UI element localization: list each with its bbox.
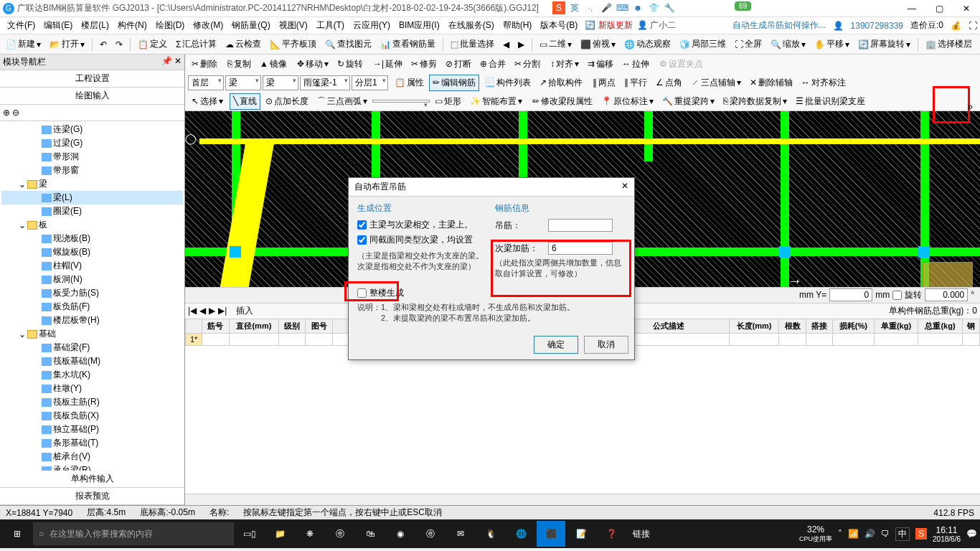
arc-options[interactable] [372,100,430,103]
tree-node-连梁(G)[interactable]: 连梁(G) [1,123,183,136]
member-list-button[interactable]: 📃 构件列表 [481,75,534,91]
task-view-icon[interactable]: ▭▯ [235,521,264,547]
batch-recognize-button[interactable]: ☰ 批量识别梁支座 [792,93,869,110]
menu-view[interactable]: 视图(V) [275,19,312,32]
pick-member-button[interactable]: ↗ 拾取构件 [536,75,586,91]
zoom-button[interactable]: 🔍 缩放 ▾ [768,37,809,52]
ie-icon[interactable]: ⓔ [416,521,445,547]
tray-up-icon[interactable]: ˄ [838,529,842,539]
top-view-button[interactable]: ⬛ 俯视 ▾ [578,37,618,52]
align-button[interactable]: ↕ 对齐 ▾ [547,56,583,72]
tree-node-带形洞[interactable]: 带形洞 [1,150,183,164]
tab-project-settings[interactable]: 工程设置 [0,70,184,88]
app-icon-1[interactable]: ❋ [296,521,324,547]
edge-icon[interactable]: ⓔ [326,521,354,547]
tree-node-独立基础(P)[interactable]: 独立基础(P) [1,423,183,436]
batch-select-button[interactable]: ⬚ 批量选择 [448,37,497,52]
chk-main-sub[interactable] [357,220,367,230]
browser-icon[interactable]: 🌐 [507,521,535,547]
tree-node-螺旋板(B)[interactable]: 螺旋板(B) [1,245,183,259]
col-单重(kg)[interactable]: 单重(kg) [874,319,918,333]
tray-battery-icon[interactable]: 🗨 [881,529,890,539]
origin-dim-button[interactable]: 📍 原位标注 ▾ [598,93,657,110]
rotate-checkbox[interactable] [892,291,902,300]
menu-edit[interactable]: 编辑(E) [39,19,77,32]
tab-draw-input[interactable]: 绘图输入 [0,88,184,105]
tree-node-板[interactable]: ⌄ 板 [1,218,183,232]
grip-button[interactable]: ⚙ 设置夹点 [656,56,707,72]
dialog-close-button[interactable]: ✕ [621,181,628,193]
tree-node-梁(L)[interactable]: 梁(L) [1,191,183,204]
app-icon-2[interactable]: ✉ [446,521,475,547]
rect-tool[interactable]: ▭ 矩形 [431,93,465,110]
tree-node-带形窗[interactable]: 带形窗 [1,164,183,177]
ok-button[interactable]: 确定 [534,336,578,354]
col-损耗(%)[interactable]: 损耗(%) [832,319,874,333]
last-icon[interactable]: ▶| [218,306,227,316]
phone-number[interactable]: 13907298339 [851,21,903,31]
tree-node-现浇板(B)[interactable]: 现浇板(B) [1,232,183,245]
col-筋号[interactable]: 筋号 [202,319,229,333]
help-link[interactable]: 自动生成吊筋如何操作... [732,19,826,32]
trim-button[interactable]: ✂ 修剪 [407,56,440,72]
sum-button[interactable]: Σ 汇总计算 [173,37,220,52]
offset-button[interactable]: ⇉ 偏移 [584,56,617,72]
break-button[interactable]: ⊘ 打断 [442,56,475,72]
menu-bim[interactable]: BIM应用(I) [395,19,444,32]
insert-button[interactable]: 插入 [232,303,257,319]
tree-node-柱帽(V)[interactable]: 柱帽(V) [1,259,183,273]
tray-volume-icon[interactable]: 🔊 [864,529,875,539]
row-index[interactable]: 1* [186,333,202,345]
fullscreen-icon[interactable]: ⛶ [969,21,977,31]
undo-button[interactable]: ↶ [97,38,110,51]
menu-file[interactable]: 文件(F) [3,19,39,32]
col-总重(kg)[interactable]: 总重(kg) [918,319,963,333]
notepad-icon[interactable]: 📝 [567,521,595,547]
col-钢[interactable]: 钢 [962,319,979,333]
define-button[interactable]: 📋 定义 [135,37,170,52]
chk-whole-building[interactable] [357,288,367,298]
sub-beam-input[interactable] [548,242,613,255]
chrome-icon[interactable]: ◉ [386,521,415,547]
line-tool[interactable]: ╲ 直线 [230,93,260,110]
qq-icon[interactable]: 🐧 [476,521,505,547]
sogou-tray-icon[interactable]: S [915,528,927,540]
2d-button[interactable]: ▭ 二维 ▾ [537,37,575,52]
category-select[interactable]: 梁 [225,75,261,90]
mirror-button[interactable]: ▲ 镜像 [256,56,291,72]
menu-online[interactable]: 在线服务(S) [444,19,499,32]
link-label[interactable]: 链接 [633,528,650,540]
tree-node-筏板负筋(X)[interactable]: 筏板负筋(X) [1,409,183,423]
tree-node-梁[interactable]: ⌄ 梁 [1,177,183,191]
start-button[interactable]: ⊞ [3,521,32,547]
edit-rebar-button[interactable]: ✏ 编辑钢筋 [429,75,479,91]
tree-node-过梁(G)[interactable]: 过梁(G) [1,136,183,150]
minimize-button[interactable]: — [901,4,923,14]
close-button[interactable]: ✕ [956,4,977,14]
ime-lang-icon[interactable]: 英 [568,1,581,14]
tree-node-条形基础(T)[interactable]: 条形基础(T) [1,436,183,450]
tool-icon[interactable]: 🔧 [663,1,676,14]
col-长度(mm)[interactable]: 长度(mm) [729,319,779,333]
expand-all-icon[interactable]: ⊕ [3,108,10,118]
tree-node-桩承台(V)[interactable]: 桩承台(V) [1,450,183,463]
rotate-input[interactable] [925,288,968,301]
menu-version[interactable]: 版本号(B) [536,19,582,32]
tree-node-基础梁(F)[interactable]: 基础梁(F) [1,341,183,354]
menu-cloud[interactable]: 云应用(Y) [349,19,395,32]
select-tool[interactable]: ↖ 选择 ▾ [188,93,227,110]
maximize-button[interactable]: ▢ [928,4,950,14]
redo-button[interactable]: ↷ [113,38,126,51]
find-button[interactable]: 🔍 查找图元 [322,37,374,52]
next-icon[interactable]: ▶ [515,38,527,51]
delete-axis-button[interactable]: ✕ 删除辅轴 [746,75,796,91]
tree-node-柱墩(Y)[interactable]: 柱墩(Y) [1,382,183,395]
open-button[interactable]: 📂 打开 ▾ [47,37,88,52]
store-icon[interactable]: 🛍 [356,521,385,547]
arc-tool[interactable]: ⌒ 三点画弧 ▾ [314,93,371,110]
taskbar-search[interactable]: ○ 在这里输入你要搜索的内容 [33,522,234,545]
split-button[interactable]: ✂ 分割 [511,56,544,72]
col-搭接[interactable]: 搭接 [806,319,832,333]
align-top-button[interactable]: 📐 平齐板顶 [267,37,319,52]
skin-icon[interactable]: 👕 [647,1,660,14]
